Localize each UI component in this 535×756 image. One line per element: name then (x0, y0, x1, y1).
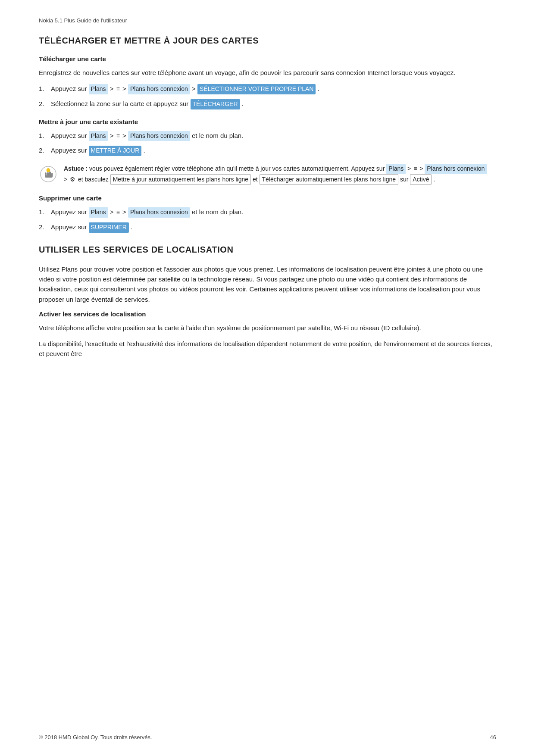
step6-content: Appuyez sur SUPPRIMER . (51, 222, 496, 233)
section1-title: TÉLÉCHARGER ET METTRE À JOUR DES CARTES (39, 36, 496, 46)
hamburger-icon-4: ≡ (116, 208, 121, 217)
gear-icon: ⚙ (69, 175, 76, 184)
badge-plans-hors-1: Plans hors connexion (128, 84, 190, 94)
step5-content: Appuyez sur Plans > ≡ > Plans hors conne… (51, 207, 496, 218)
badge-plans-hors-3: Plans hors connexion (425, 164, 487, 174)
tip-text: Astuce : vous pouvez également régler vo… (64, 164, 487, 185)
lightbulb-hand-icon (40, 166, 57, 183)
sub4-paragraph2: La disponibilité, l'exactitude et l'exha… (39, 339, 496, 359)
step4-content: Appuyez sur METTRE À JOUR . (51, 145, 496, 156)
badge-telecharger: TÉLÉCHARGER (191, 99, 240, 109)
table-row: Appuyez sur Plans > ≡ > Plans hors conne… (39, 207, 496, 218)
sub1-heading: Télécharger une carte (39, 55, 496, 62)
footer: © 2018 HMD Global Oy. Tous droits réserv… (39, 734, 496, 740)
badge-supprimer: SUPPRIMER (89, 222, 129, 233)
sub3-heading: Supprimer une carte (39, 194, 496, 202)
subsection-activer-localisation: Activer les services de localisation Vot… (39, 310, 496, 359)
sub2-heading: Mettre à jour une carte existante (39, 118, 496, 125)
svg-rect-5 (45, 175, 53, 178)
svg-rect-7 (47, 172, 49, 173)
hamburger-icon-2: ≡ (116, 131, 121, 141)
sub1-steps: Appuyez sur Plans > ≡ > Plans hors conne… (39, 84, 496, 109)
badge-plans-4: Plans (89, 207, 108, 218)
header-label: Nokia 5.1 Plus Guide de l'utilisateur (39, 17, 496, 24)
badge-plans-3: Plans (386, 164, 406, 174)
badge-plans-hors-2: Plans hors connexion (128, 131, 190, 141)
subsection-mettre-a-jour: Mettre à jour une carte existante Appuye… (39, 118, 496, 185)
step1-content: Appuyez sur Plans > ≡ > Plans hors conne… (51, 84, 496, 94)
step2-content: Sélectionnez la zone sur la carte et app… (51, 99, 496, 109)
footer-copyright: © 2018 HMD Global Oy. Tous droits réserv… (39, 734, 152, 740)
table-row: Sélectionnez la zone sur la carte et app… (39, 99, 496, 109)
sub4-paragraph1: Votre téléphone affiche votre position s… (39, 323, 496, 333)
hamburger-icon-3: ≡ (413, 164, 418, 174)
step3-content: Appuyez sur Plans > ≡ > Plans hors conne… (51, 131, 496, 141)
badge-mettre-a-jour: METTRE À JOUR (89, 146, 142, 156)
section2-paragraph1: Utilisez Plans pour trouver votre positi… (39, 264, 496, 304)
section-localisation: UTILISER LES SERVICES DE LOCALISATION Ut… (39, 245, 496, 359)
section2-title: UTILISER LES SERVICES DE LOCALISATION (39, 245, 496, 255)
badge-plans-2: Plans (89, 131, 108, 141)
badge-plans-hors-4: Plans hors connexion (128, 207, 190, 218)
section-telecharger: TÉLÉCHARGER ET METTRE À JOUR DES CARTES … (39, 36, 496, 233)
sub2-steps: Appuyez sur Plans > ≡ > Plans hors conne… (39, 131, 496, 156)
tip-box: Astuce : vous pouvez également régler vo… (39, 164, 496, 185)
table-row: Appuyez sur Plans > ≡ > Plans hors conne… (39, 131, 496, 141)
badge-mettre-auto: Mettre à jour automatiquement les plans … (110, 174, 251, 185)
hamburger-icon: ≡ (116, 84, 121, 94)
sub3-steps: Appuyez sur Plans > ≡ > Plans hors conne… (39, 207, 496, 232)
sub4-heading: Activer les services de localisation (39, 310, 496, 318)
tip-label: Astuce : (64, 165, 88, 172)
sub1-paragraph: Enregistrez de nouvelles cartes sur votr… (39, 68, 496, 78)
badge-telecharger-auto: Télécharger automatiquement les plans ho… (260, 174, 399, 185)
tip-icon (39, 165, 58, 184)
svg-point-6 (47, 169, 50, 172)
badge-plans-1: Plans (89, 84, 108, 94)
badge-active: Activé (410, 174, 432, 185)
table-row: Appuyez sur SUPPRIMER . (39, 222, 496, 233)
table-row: Appuyez sur Plans > ≡ > Plans hors conne… (39, 84, 496, 94)
table-row: Appuyez sur METTRE À JOUR . (39, 145, 496, 156)
subsection-telecharger-carte: Télécharger une carte Enregistrez de nou… (39, 55, 496, 109)
subsection-supprimer: Supprimer une carte Appuyez sur Plans > … (39, 194, 496, 232)
footer-page: 46 (490, 734, 496, 740)
badge-selectionner: SÉLECTIONNER VOTRE PROPRE PLAN (197, 84, 316, 94)
